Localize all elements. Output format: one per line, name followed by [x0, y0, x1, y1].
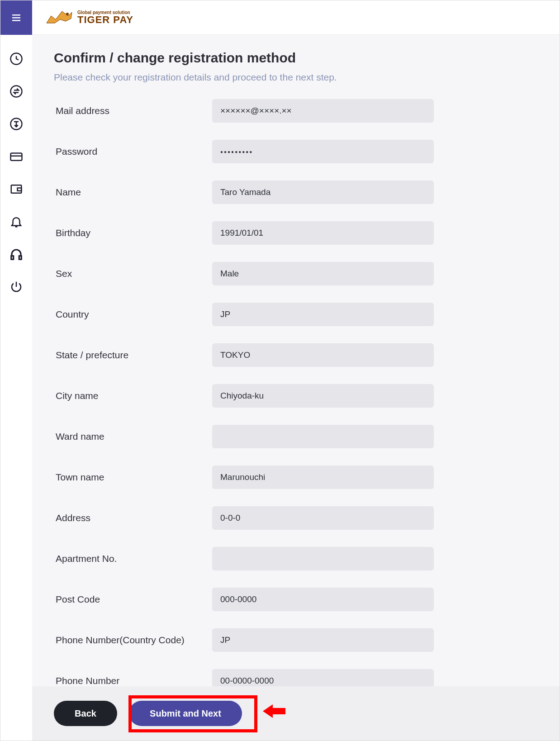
submit-and-next-button[interactable]: Submit and Next: [129, 701, 242, 726]
nav-headphones-icon[interactable]: [9, 247, 23, 261]
row-name: NameTaro Yamada: [54, 180, 538, 204]
svg-point-3: [66, 13, 69, 15]
svg-rect-1: [12, 17, 20, 19]
label-phonecc: Phone Number(Country Code): [54, 635, 212, 646]
label-birthday: Birthday: [54, 228, 212, 238]
logo-big-text: TIGER PAY: [77, 15, 133, 25]
form: Mail address××××××@××××.×× Password●●●●●…: [54, 99, 538, 733]
tiger-logo-icon: [45, 8, 74, 28]
page-subtitle: Please check your registration details a…: [54, 72, 538, 83]
value-postcode: 000-0000: [212, 588, 434, 611]
row-apartment: Apartment No.: [54, 547, 538, 570]
row-phonecc: Phone Number(Country Code)JP: [54, 628, 538, 652]
label-apartment: Apartment No.: [54, 553, 212, 564]
svg-rect-11: [11, 256, 14, 260]
content: Confirm / change registration method Ple…: [32, 35, 560, 741]
value-phonecc: JP: [212, 628, 434, 652]
row-sex: SexMale: [54, 262, 538, 285]
value-state: TOKYO: [212, 343, 434, 367]
label-ward: Ward name: [54, 431, 212, 442]
row-mail: Mail address××××××@××××.××: [54, 99, 538, 123]
svg-rect-9: [11, 185, 22, 193]
row-password: Password●●●●●●●●●: [54, 140, 538, 163]
nav-clock-icon[interactable]: [9, 52, 23, 66]
sidebar: [0, 35, 32, 741]
svg-rect-7: [11, 153, 22, 161]
svg-rect-12: [19, 256, 21, 260]
row-birthday: Birthday1991/01/01: [54, 221, 538, 245]
value-sex: Male: [212, 262, 434, 285]
value-name: Taro Yamada: [212, 180, 434, 204]
row-country: CountryJP: [54, 303, 538, 326]
back-button[interactable]: Back: [54, 701, 117, 726]
label-state: State / prefecture: [54, 350, 212, 361]
label-town: Town name: [54, 472, 212, 483]
value-country: JP: [212, 303, 434, 326]
hamburger-menu-button[interactable]: [0, 0, 32, 35]
value-birthday: 1991/01/01: [212, 221, 434, 245]
footer-bar: Back Submit and Next: [32, 686, 560, 741]
value-ward: [212, 425, 434, 448]
hamburger-icon: [11, 12, 22, 23]
label-password: Password: [54, 146, 212, 157]
label-mail: Mail address: [54, 105, 212, 116]
logo[interactable]: Global payment solution TIGER PAY: [45, 8, 133, 28]
row-postcode: Post Code000-0000: [54, 588, 538, 611]
header: Global payment solution TIGER PAY: [0, 0, 560, 35]
logo-text: Global payment solution TIGER PAY: [77, 10, 133, 25]
value-town: Marunouchi: [212, 466, 434, 489]
nav-power-icon[interactable]: [9, 280, 23, 294]
value-city: Chiyoda-ku: [212, 384, 434, 408]
svg-rect-0: [12, 14, 20, 16]
label-sex: Sex: [54, 268, 212, 279]
label-postcode: Post Code: [54, 594, 212, 605]
label-country: Country: [54, 309, 212, 320]
nav-wallet-icon[interactable]: [9, 182, 23, 196]
label-name: Name: [54, 187, 212, 198]
row-address: Address0-0-0: [54, 506, 538, 530]
label-address: Address: [54, 513, 212, 523]
row-town: Town nameMarunouchi: [54, 466, 538, 489]
label-city: City name: [54, 390, 212, 401]
value-mail: ××××××@××××.××: [212, 99, 434, 123]
svg-point-5: [11, 86, 22, 97]
label-phone: Phone Number: [54, 675, 212, 686]
page-title: Confirm / change registration method: [54, 50, 538, 66]
row-ward: Ward name: [54, 425, 538, 448]
value-apartment: [212, 547, 434, 570]
nav-transfer-icon[interactable]: [9, 117, 23, 131]
nav-bell-icon[interactable]: [9, 215, 23, 228]
svg-rect-2: [12, 20, 20, 21]
row-city: City nameChiyoda-ku: [54, 384, 538, 408]
svg-rect-10: [18, 188, 22, 191]
value-address: 0-0-0: [212, 506, 434, 530]
nav-exchange-icon[interactable]: [9, 85, 23, 98]
row-state: State / prefectureTOKYO: [54, 343, 538, 367]
value-password: ●●●●●●●●●: [212, 140, 434, 163]
nav-card-icon[interactable]: [9, 150, 23, 163]
